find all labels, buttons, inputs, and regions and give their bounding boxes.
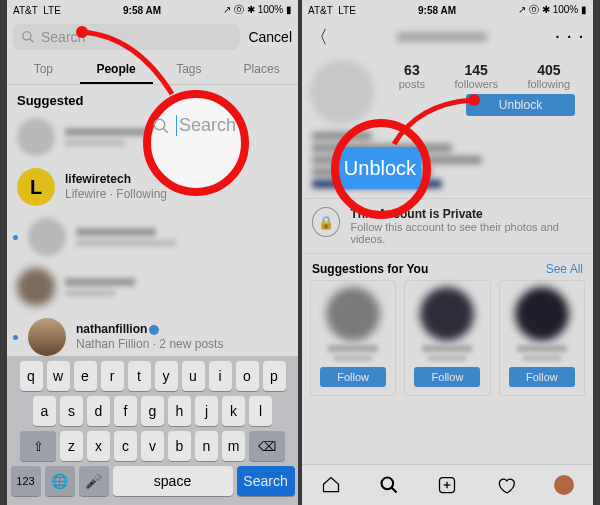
key-f[interactable]: f xyxy=(114,396,137,426)
key-n[interactable]: n xyxy=(195,431,218,461)
avatar xyxy=(17,118,55,156)
key-s[interactable]: s xyxy=(60,396,83,426)
svg-line-1 xyxy=(30,39,34,43)
new-dot-icon xyxy=(13,335,18,340)
key-shift[interactable]: ⇧ xyxy=(20,431,56,461)
key-j[interactable]: j xyxy=(195,396,218,426)
key-w[interactable]: w xyxy=(47,361,70,391)
key-r[interactable]: r xyxy=(101,361,124,391)
card-name xyxy=(328,345,378,352)
status-right: ↗ ⓞ ✱ 100% ▮ xyxy=(518,3,587,17)
key-d[interactable]: d xyxy=(87,396,110,426)
list-item[interactable] xyxy=(7,112,298,162)
bottom-nav xyxy=(302,464,593,505)
private-account-notice: 🔒 This Account is Private Follow this ac… xyxy=(302,198,593,254)
keyboard: q w e r t y u i o p a s d f g h j k l xyxy=(7,356,298,505)
profile-bio xyxy=(302,126,593,198)
status-left: AT&T LTE xyxy=(13,5,61,16)
key-k[interactable]: k xyxy=(222,396,245,426)
list-item[interactable]: L lifewiretech Lifewire · Following xyxy=(7,162,298,212)
phone-profile: AT&T LTE 9:58 AM ↗ ⓞ ✱ 100% ▮ 〈 · · · 63… xyxy=(302,0,593,505)
card-name xyxy=(517,345,567,352)
suggested-heading: Suggested xyxy=(7,85,298,112)
svg-point-0 xyxy=(23,32,31,40)
key-z[interactable]: z xyxy=(60,431,83,461)
key-e[interactable]: e xyxy=(74,361,97,391)
profile-avatar[interactable] xyxy=(310,60,374,124)
key-backspace[interactable]: ⌫ xyxy=(249,431,285,461)
key-v[interactable]: v xyxy=(141,431,164,461)
follow-button[interactable]: Follow xyxy=(509,367,575,387)
key-t[interactable]: t xyxy=(128,361,151,391)
tab-people[interactable]: People xyxy=(80,56,153,84)
stat-following[interactable]: 405following xyxy=(527,62,570,90)
avatar xyxy=(28,218,66,256)
search-placeholder: Search xyxy=(41,29,85,45)
status-bar: AT&T LTE 9:58 AM ↗ ⓞ ✱ 100% ▮ xyxy=(302,0,593,20)
avatar xyxy=(326,287,380,341)
suggestions-header: Suggestions for You See All xyxy=(302,254,593,280)
stat-posts[interactable]: 63posts xyxy=(399,62,425,90)
svg-line-3 xyxy=(392,488,397,493)
stat-followers[interactable]: 145followers xyxy=(455,62,498,90)
key-a[interactable]: a xyxy=(33,396,56,426)
list-item[interactable] xyxy=(7,262,298,312)
key-globe[interactable]: 🌐 xyxy=(45,466,75,496)
key-g[interactable]: g xyxy=(141,396,164,426)
key-y[interactable]: y xyxy=(155,361,178,391)
key-h[interactable]: h xyxy=(168,396,191,426)
key-mic[interactable]: 🎤 xyxy=(79,466,109,496)
unblock-button[interactable]: Unblock xyxy=(466,94,575,116)
search-icon[interactable] xyxy=(379,475,399,495)
key-search[interactable]: Search xyxy=(237,466,295,496)
tab-top[interactable]: Top xyxy=(7,56,80,84)
verified-icon xyxy=(149,325,159,335)
back-icon[interactable]: 〈 xyxy=(310,25,328,49)
follow-button[interactable]: Follow xyxy=(414,367,480,387)
avatar xyxy=(17,268,55,306)
avatar xyxy=(515,287,569,341)
key-u[interactable]: u xyxy=(182,361,205,391)
new-dot-icon xyxy=(13,235,18,240)
profile-tab-avatar[interactable] xyxy=(554,475,574,495)
key-i[interactable]: i xyxy=(209,361,232,391)
list-item[interactable]: nathanfillion Nathan Fillion · 2 new pos… xyxy=(7,312,298,362)
home-icon[interactable] xyxy=(321,475,341,495)
key-c[interactable]: c xyxy=(114,431,137,461)
key-p[interactable]: p xyxy=(263,361,286,391)
see-all-link[interactable]: See All xyxy=(546,262,583,276)
key-q[interactable]: q xyxy=(20,361,43,391)
key-l[interactable]: l xyxy=(249,396,272,426)
key-m[interactable]: m xyxy=(222,431,245,461)
row-text xyxy=(76,228,176,246)
profile-stats: 63posts 145followers 405following xyxy=(384,60,585,90)
username: lifewiretech xyxy=(65,172,167,187)
username: nathanfillion xyxy=(76,322,223,337)
cancel-button[interactable]: Cancel xyxy=(248,29,292,45)
heart-icon[interactable] xyxy=(496,475,516,495)
tab-tags[interactable]: Tags xyxy=(153,56,226,84)
card-name xyxy=(422,345,472,352)
follow-button[interactable]: Follow xyxy=(320,367,386,387)
key-o[interactable]: o xyxy=(236,361,259,391)
key-space[interactable]: space xyxy=(113,466,233,496)
phone-search: AT&T LTE 9:58 AM ↗ ⓞ ✱ 100% ▮ Search Can… xyxy=(7,0,298,505)
list-item[interactable] xyxy=(7,212,298,262)
status-time: 9:58 AM xyxy=(418,5,456,16)
kb-row-3: ⇧ z x c v b n m ⌫ xyxy=(10,431,295,461)
row-text: nathanfillion Nathan Fillion · 2 new pos… xyxy=(76,322,223,352)
key-123[interactable]: 123 xyxy=(11,466,41,496)
menu-icon[interactable]: · · · xyxy=(556,29,585,45)
search-tabs: Top People Tags Places xyxy=(7,56,298,85)
suggestion-card: Follow xyxy=(404,280,490,396)
add-post-icon[interactable] xyxy=(437,475,457,495)
card-sub xyxy=(334,355,372,361)
profile-header: 63posts 145followers 405following Unbloc… xyxy=(302,54,593,126)
key-b[interactable]: b xyxy=(168,431,191,461)
private-sub: Follow this account to see their photos … xyxy=(350,221,583,245)
tab-places[interactable]: Places xyxy=(225,56,298,84)
search-input[interactable]: Search xyxy=(13,24,240,50)
key-x[interactable]: x xyxy=(87,431,110,461)
kb-row-4: 123 🌐 🎤 space Search xyxy=(10,466,295,496)
row-text xyxy=(65,278,135,296)
